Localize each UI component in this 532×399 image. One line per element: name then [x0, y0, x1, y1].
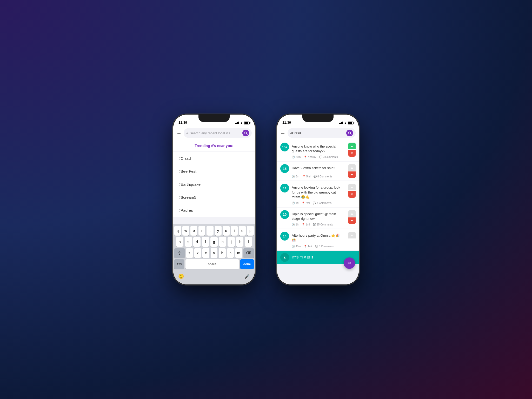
- upvote-5[interactable]: ▲: [348, 232, 356, 238]
- vote-count-partial: ▲: [280, 253, 289, 262]
- downvote-3[interactable]: ▼: [348, 191, 356, 198]
- hashtag-item-2[interactable]: #BeerFest: [173, 165, 255, 178]
- key-space[interactable]: space: [185, 259, 239, 269]
- fab-button[interactable]: ✏: [344, 257, 355, 269]
- key-n[interactable]: n: [227, 248, 234, 258]
- key-row-1: q w e r t y u i o p: [174, 226, 254, 236]
- post-text-4: Diplo is special guest @ main stage righ…: [292, 210, 356, 221]
- key-numbers[interactable]: 123: [174, 259, 184, 269]
- hashtag-item-3[interactable]: #Earthquake: [173, 178, 255, 191]
- key-row-3: ⇧ z x c v b n m ⌫: [174, 248, 254, 258]
- phone-right: 11:39 ▲ ← #Crssd: [276, 114, 360, 285]
- mic-key[interactable]: 🎤: [242, 271, 252, 281]
- key-t[interactable]: t: [207, 226, 213, 236]
- post-text-1: Anyone know who the special guests are f…: [292, 143, 356, 154]
- battery-left: [244, 122, 250, 124]
- search-placeholder-left[interactable]: Search any recent local #'s: [190, 131, 241, 135]
- back-button-left[interactable]: ←: [176, 130, 182, 136]
- key-l[interactable]: l: [245, 237, 252, 247]
- post-text-3: Anyone looking for a group, look for us …: [292, 184, 356, 200]
- post-distance-4: 📍 1mi: [302, 223, 310, 226]
- post-comments-3: 💬 4 Comments: [313, 202, 331, 204]
- key-w[interactable]: w: [182, 226, 189, 236]
- notch-right: [302, 115, 334, 122]
- keyboard-bottom-row: 🙂 🎤: [174, 270, 254, 283]
- key-m[interactable]: m: [235, 248, 242, 258]
- key-z[interactable]: z: [186, 248, 193, 258]
- post-card-4: ··· 10 Diplo is special guest @ main sta…: [277, 208, 359, 229]
- post-time-2: 🕐 6m: [292, 175, 299, 178]
- upvote-3[interactable]: ▲: [348, 184, 356, 190]
- header-right: ← #Crssd: [277, 126, 359, 140]
- key-d[interactable]: d: [193, 237, 201, 247]
- key-s[interactable]: s: [185, 237, 192, 247]
- post-distance-2: 📍 5mi: [302, 175, 310, 178]
- key-shift[interactable]: ⇧: [174, 248, 185, 258]
- key-backspace[interactable]: ⌫: [243, 248, 254, 258]
- svg-line-1: [246, 134, 247, 134]
- key-r[interactable]: r: [198, 226, 205, 236]
- key-o[interactable]: o: [239, 226, 246, 236]
- search-bar-right[interactable]: #Crssd: [288, 128, 356, 138]
- emoji-key[interactable]: 🙂: [176, 271, 186, 281]
- post-meta-4: 🕐 1h 📍 1mi 💬 15 Comments: [280, 223, 356, 226]
- downvote-1[interactable]: ▼: [348, 150, 356, 157]
- post-text-2: Have 2 extra tickets for sale!!: [292, 164, 356, 170]
- upvote-1[interactable]: ▲: [348, 143, 356, 149]
- signal-right: [339, 122, 343, 124]
- post-card-2: ··· 15 Have 2 extra tickets for sale!! ▲…: [277, 162, 359, 181]
- search-value-right[interactable]: #Crssd: [290, 131, 345, 135]
- post-comments-1: 💬 3 Comments: [319, 156, 338, 158]
- vote-buttons-2: ▲ ▼: [348, 164, 356, 178]
- post-card-1: ··· 152 Anyone know who the special gues…: [277, 140, 359, 161]
- post-meta-5: 🕐 45m 📍 1mi 💬 5 Comments: [280, 245, 356, 248]
- key-e[interactable]: e: [190, 226, 197, 236]
- post-time-1: 🕐 30m: [292, 156, 301, 158]
- status-icons-left: ▲: [235, 121, 250, 124]
- post-time-4: 🕐 1h: [292, 223, 298, 226]
- key-h[interactable]: h: [219, 237, 226, 247]
- hashtag-item-1[interactable]: #Crssd: [173, 152, 255, 165]
- search-icon-left: [244, 131, 248, 135]
- post-card-5: ··· 14 Afterhours party at Omnia 🤙🎉🎊 ▲ ▼…: [277, 229, 359, 250]
- key-f[interactable]: f: [202, 237, 209, 247]
- key-q[interactable]: q: [174, 226, 181, 236]
- back-button-right[interactable]: ←: [280, 130, 285, 136]
- downvote-2[interactable]: ▼: [348, 171, 356, 178]
- post-comments-2: 💬 8 Comments: [314, 175, 332, 178]
- vote-buttons-3: ▲ ▼: [348, 184, 356, 198]
- vote-count-1: 152: [280, 143, 289, 151]
- key-done[interactable]: done: [240, 259, 254, 269]
- hashtag-item-5[interactable]: #Padres: [173, 204, 255, 217]
- key-i[interactable]: i: [231, 226, 238, 236]
- search-button-left[interactable]: [242, 130, 249, 136]
- downvote-4[interactable]: ▼: [348, 217, 356, 224]
- search-icon-right: [348, 131, 351, 135]
- key-x[interactable]: x: [194, 248, 201, 258]
- upvote-2[interactable]: ▲: [348, 164, 356, 171]
- key-v[interactable]: v: [211, 248, 218, 258]
- key-b[interactable]: b: [219, 248, 226, 258]
- key-u[interactable]: u: [223, 226, 230, 236]
- keyboard: q w e r t y u i o p a s d f g h j k l: [173, 224, 255, 284]
- key-p[interactable]: p: [247, 226, 254, 236]
- key-a[interactable]: a: [176, 237, 183, 247]
- key-k[interactable]: k: [236, 237, 243, 247]
- key-row-2: a s d f g h j k l: [174, 237, 254, 247]
- hashtag-list: #Crssd #BeerFest #Earthquake #Scream5 #P…: [173, 152, 255, 217]
- post-distance-3: 📍 2mi: [302, 202, 310, 204]
- key-c[interactable]: c: [202, 248, 209, 258]
- search-button-right[interactable]: [346, 130, 353, 136]
- key-g[interactable]: g: [210, 237, 218, 247]
- svg-line-3: [350, 134, 351, 134]
- search-bar-left[interactable]: # Search any recent local #'s: [184, 128, 252, 138]
- post-comments-4: 💬 15 Comments: [313, 223, 333, 226]
- vote-count-4: 10: [280, 210, 289, 219]
- trending-label: Trending #'s near you:: [173, 140, 255, 151]
- hashtag-item-4[interactable]: #Scream5: [173, 191, 255, 204]
- status-icons-right: ▲: [339, 121, 354, 124]
- key-y[interactable]: y: [215, 226, 222, 236]
- key-j[interactable]: j: [228, 237, 235, 247]
- notch-left: [198, 115, 230, 122]
- upvote-4[interactable]: ▲: [348, 210, 356, 217]
